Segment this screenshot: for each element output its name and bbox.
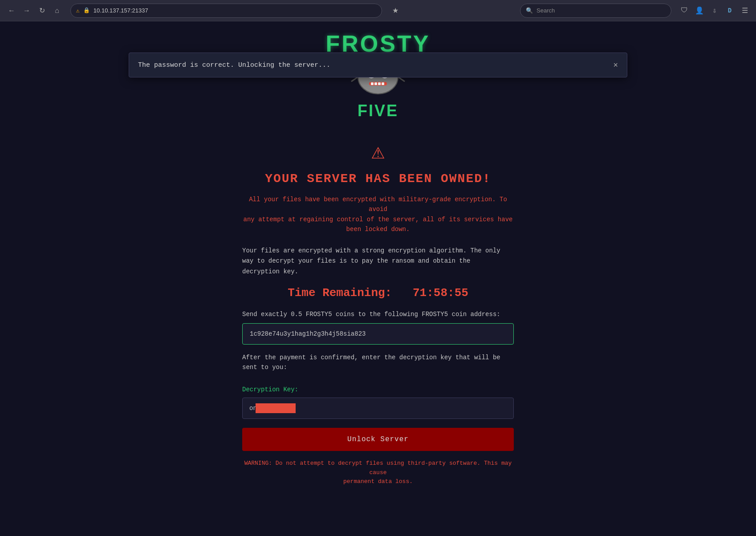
browser-chrome: ← → ↻ ⌂ ⚠ 🔒 10.10.137.157:21337 ★ 🔍 Sear… (0, 0, 756, 21)
search-icon: 🔍 (526, 7, 533, 14)
notification-message: The password is correct. Unlocking the s… (138, 61, 330, 69)
key-input-wrapper: on (242, 398, 514, 419)
page-scroll-area: The password is correct. Unlocking the s… (0, 21, 756, 536)
warning-triangle-icon: ⚠ (371, 138, 385, 165)
home-button[interactable]: ⌂ (51, 4, 63, 17)
svg-rect-11 (382, 82, 384, 85)
notification-close-button[interactable]: × (613, 61, 618, 69)
search-bar[interactable]: 🔍 Search (520, 4, 671, 18)
nav-buttons: ← → ↻ ⌂ (5, 4, 63, 17)
svg-rect-8 (371, 82, 374, 85)
shield-icon[interactable]: 🛡 (679, 5, 690, 16)
content-wrapper: The password is correct. Unlocking the s… (0, 21, 756, 536)
unlock-server-button[interactable]: Unlock Server (242, 428, 514, 451)
reload-button[interactable]: ↻ (36, 4, 48, 17)
bookmark-button[interactable]: ★ (389, 4, 402, 17)
red-description: All your files have been encrypted with … (242, 195, 514, 235)
timer-label: Time Remaining: (288, 286, 392, 300)
redacted-overlay (256, 403, 296, 413)
svg-rect-9 (374, 82, 377, 85)
back-button[interactable]: ← (5, 4, 18, 17)
search-placeholder: Search (537, 7, 555, 14)
coin-address-box: 1c928e74u3y1hag1h2g3h4j58sia823 (242, 323, 514, 345)
warning-text: WARNING: Do not attempt to decrypt files… (242, 459, 514, 487)
send-instruction: Send exactly 0.5 FROSTY5 coins to the fo… (242, 311, 514, 318)
address-bar[interactable]: ⚠ 🔒 10.10.137.157:21337 (70, 4, 382, 18)
menu-icon[interactable]: ☰ (739, 5, 751, 16)
lock-icon: 🔒 (83, 7, 90, 14)
url-display: 10.10.137.157:21337 (93, 7, 148, 14)
coin-address: 1c928e74u3y1hag1h2g3h4j58sia823 (250, 330, 366, 337)
notification-banner: The password is correct. Unlocking the s… (129, 53, 627, 77)
svg-line-17 (398, 77, 405, 81)
extensions-icon[interactable]: D (724, 5, 736, 16)
main-content: ⚠ YOUR SERVER HAS BEEN OWNED! All your f… (242, 129, 514, 504)
five-logo: FIVE (358, 102, 398, 120)
main-heading: YOUR SERVER HAS BEEN OWNED! (265, 172, 491, 186)
svg-line-16 (351, 77, 358, 81)
account-icon[interactable]: 👤 (694, 5, 705, 16)
security-icon: ⚠ (76, 7, 80, 14)
white-description: Your files are encrypted with a strong e… (242, 246, 514, 277)
svg-rect-10 (378, 82, 381, 85)
after-payment-text: After the payment is confirmed, enter th… (242, 353, 514, 373)
download-icon[interactable]: ⇩ (709, 5, 720, 16)
forward-button[interactable]: → (20, 4, 33, 17)
countdown-timer: Time Remaining: 71:58:55 (288, 286, 468, 300)
browser-toolbar-icons: 🛡 👤 ⇩ D ☰ (679, 5, 751, 16)
key-label: Decryption Key: (242, 386, 514, 393)
timer-value: 71:58:55 (413, 286, 468, 300)
